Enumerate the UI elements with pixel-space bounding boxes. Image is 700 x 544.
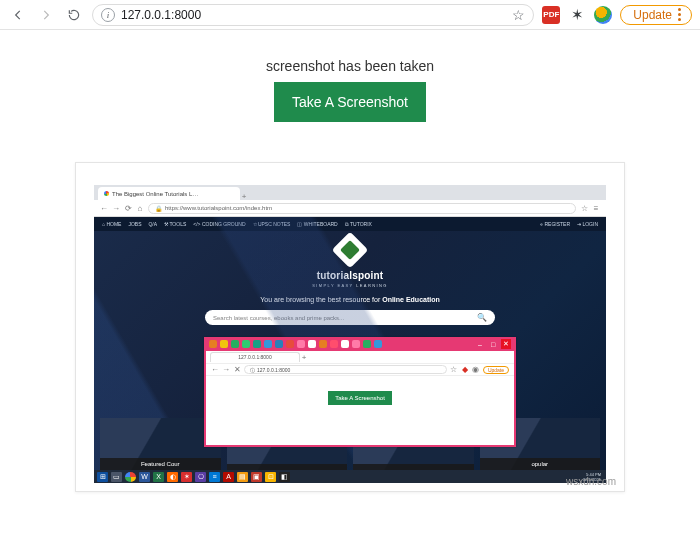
titlebar-app-icon[interactable]	[330, 340, 338, 348]
inner-forward-icon[interactable]: →	[112, 204, 120, 212]
taskbar-app-icon[interactable]: X	[153, 472, 164, 482]
nested-star-icon[interactable]: ☆	[450, 366, 458, 374]
nested-ext-icon[interactable]: ◆	[461, 366, 469, 374]
titlebar-app-icon[interactable]	[286, 340, 294, 348]
titlebar-app-icon[interactable]	[319, 340, 327, 348]
nested-titlebar[interactable]: –□✕	[206, 337, 514, 351]
favicon-icon	[104, 191, 109, 196]
tp-nav-item[interactable]: ⎆ REGISTER	[540, 221, 570, 227]
inner-star-icon[interactable]: ☆	[580, 204, 588, 212]
titlebar-app-icon[interactable]	[264, 340, 272, 348]
titlebar-app-icon[interactable]	[352, 340, 360, 348]
tp-nav-item[interactable]: ⌂ HOME	[102, 221, 121, 227]
inner-back-icon[interactable]: ←	[100, 204, 108, 212]
url-text: 127.0.0.1:8000	[121, 8, 506, 22]
nested-window: –□✕ 127.0.0.1:8000 + ← → ✕ ⓘ 127.0.0.1:8…	[204, 337, 516, 447]
nested-update-button[interactable]: Update	[483, 366, 509, 374]
taskbar-app-icon[interactable]: ◐	[167, 472, 178, 482]
tp-brand: tutorialspoint	[317, 270, 384, 281]
update-label: Update	[633, 8, 672, 22]
nested-page-body: Take A Screenshot	[206, 376, 514, 405]
inner-address-bar[interactable]: 🔒 https://www.tutorialspoint.com/index.h…	[148, 203, 576, 214]
titlebar-app-icon[interactable]	[275, 340, 283, 348]
reload-button[interactable]	[64, 5, 84, 25]
nested-take-screenshot-button[interactable]: Take A Screenshot	[328, 391, 392, 405]
nested-tab[interactable]: 127.0.0.1:8000	[210, 352, 300, 362]
taskbar-app-icon[interactable]: ▭	[111, 472, 122, 482]
lock-icon: 🔒	[155, 205, 162, 212]
taskbar-app-icon[interactable]: ▣	[251, 472, 262, 482]
titlebar-app-icon[interactable]	[209, 340, 217, 348]
nested-avatar-icon[interactable]: ◉	[472, 366, 480, 374]
taskbar-app-icon[interactable]: ⊞	[97, 472, 108, 482]
tp-nav-item[interactable]: Q/A	[148, 221, 157, 227]
taskbar-app-icon[interactable]: W	[139, 472, 150, 482]
browser-toolbar: i 127.0.0.1:8000 ☆ PDF ✶ Update	[0, 0, 700, 30]
inner-tabstrip: The Biggest Online Tutorials L… +	[94, 185, 606, 200]
search-icon[interactable]: 🔍	[477, 313, 487, 322]
inner-address-row: ← → ⟳ ⌂ 🔒 https://www.tutorialspoint.com…	[94, 200, 606, 217]
tp-nav-item[interactable]: ⧉ TUTORIX	[345, 221, 372, 228]
nested-info-icon: ⓘ	[250, 367, 255, 373]
inner-tab[interactable]: The Biggest Online Tutorials L…	[98, 187, 240, 200]
nested-address-bar[interactable]: ⓘ 127.0.0.1:8000	[244, 365, 447, 374]
titlebar-app-icon[interactable]	[308, 340, 316, 348]
tp-card-label: opular	[480, 458, 601, 470]
inner-menu-icon[interactable]: ≡	[592, 204, 600, 212]
inner-reload-icon[interactable]: ⟳	[124, 204, 132, 212]
maximize-icon[interactable]: □	[488, 339, 498, 349]
minimize-icon[interactable]: –	[475, 339, 485, 349]
titlebar-app-icon[interactable]	[374, 340, 382, 348]
page-content: screenshot has been taken Take A Screens…	[0, 30, 700, 492]
tp-top-nav: ⌂ HOMEJOBSQ/A⚒ TOOLS</> CODING GROUND☆ U…	[94, 217, 606, 231]
tp-category-card[interactable]: Featured Cour	[100, 418, 221, 470]
close-icon[interactable]: ✕	[501, 339, 511, 349]
update-button[interactable]: Update	[620, 5, 692, 25]
nested-back-icon[interactable]: ←	[211, 366, 219, 374]
image-credit: wsxdn.com	[566, 476, 616, 487]
taskbar-app-icon[interactable]: ▤	[237, 472, 248, 482]
taskbar-app-icon[interactable]: ✶	[181, 472, 192, 482]
back-button[interactable]	[8, 5, 28, 25]
inner-browser-chrome: The Biggest Online Tutorials L… + ← → ⟳ …	[94, 185, 606, 217]
nested-address-row: ← → ✕ ⓘ 127.0.0.1:8000 ☆ ◆ ◉ Update	[206, 363, 514, 376]
titlebar-app-icon[interactable]	[220, 340, 228, 348]
taskbar-app-icon[interactable]: ≡	[209, 472, 220, 482]
tp-search-box[interactable]: Search latest courses, ebooks and prime …	[205, 310, 495, 325]
forward-button[interactable]	[36, 5, 56, 25]
taskbar-app-icon[interactable]: ◧	[279, 472, 290, 482]
taskbar-app-icon[interactable]: ⊡	[265, 472, 276, 482]
titlebar-app-icon[interactable]	[341, 340, 349, 348]
taskbar-app-icon[interactable]	[125, 472, 136, 482]
nested-forward-icon[interactable]: →	[222, 366, 230, 374]
taskbar-app-icon[interactable]: A	[223, 472, 234, 482]
tp-logo-icon	[332, 232, 369, 269]
tp-nav-item[interactable]: ◫ WHITEBOARD	[297, 221, 337, 227]
address-bar[interactable]: i 127.0.0.1:8000 ☆	[92, 4, 534, 26]
kebab-menu-icon[interactable]	[678, 8, 681, 21]
nested-new-tab-icon[interactable]: +	[300, 353, 308, 361]
tp-nav-item[interactable]: </> CODING GROUND	[193, 221, 245, 227]
status-message: screenshot has been taken	[0, 58, 700, 74]
tp-nav-item[interactable]: ⚒ TOOLS	[164, 221, 186, 227]
titlebar-app-icon[interactable]	[231, 340, 239, 348]
titlebar-app-icon[interactable]	[297, 340, 305, 348]
taskbar-app-icon[interactable]: ⎔	[195, 472, 206, 482]
tp-nav-item[interactable]: JOBS	[128, 221, 141, 227]
nested-close-icon[interactable]: ✕	[233, 366, 241, 374]
profile-avatar[interactable]	[594, 6, 612, 24]
titlebar-app-icon[interactable]	[363, 340, 371, 348]
titlebar-app-icon[interactable]	[242, 340, 250, 348]
extensions-icon[interactable]: ✶	[568, 6, 586, 24]
inner-home-icon[interactable]: ⌂	[136, 204, 144, 212]
tp-card-label: Featured Cour	[100, 458, 221, 470]
tp-nav-item[interactable]: ⇥ LOGIN	[577, 221, 598, 227]
titlebar-app-icon[interactable]	[253, 340, 261, 348]
tp-nav-item[interactable]: ☆ UPSC NOTES	[253, 221, 291, 227]
captured-desktop: The Biggest Online Tutorials L… + ← → ⟳ …	[94, 185, 606, 483]
bookmark-star-icon[interactable]: ☆	[512, 7, 525, 23]
site-info-icon[interactable]: i	[101, 8, 115, 22]
take-screenshot-button[interactable]: Take A Screenshot	[274, 82, 426, 122]
pdf-extension-icon[interactable]: PDF	[542, 6, 560, 24]
inner-new-tab-button[interactable]: +	[240, 192, 248, 200]
